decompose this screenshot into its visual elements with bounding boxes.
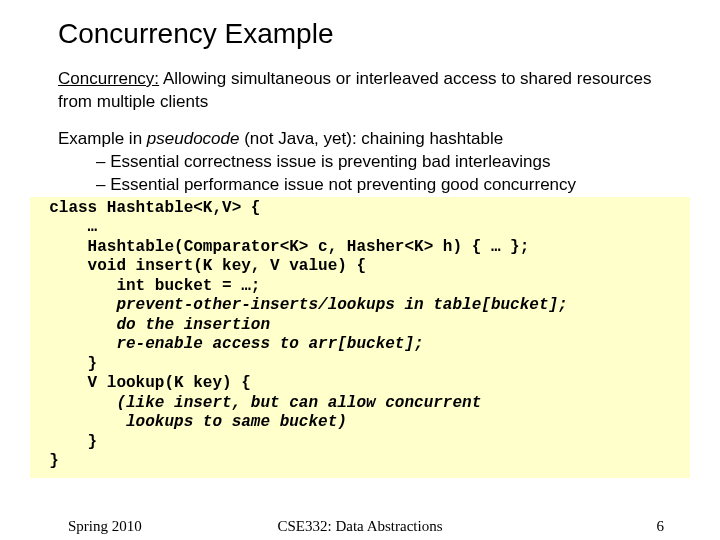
- code-line: do the insertion: [30, 316, 270, 334]
- pseudocode-word: pseudocode: [147, 129, 240, 148]
- bullet-correctness: – Essential correctness issue is prevent…: [58, 151, 670, 174]
- code-line: }: [30, 452, 59, 470]
- concurrency-definition: Concurrency: Allowing simultaneous or in…: [58, 68, 670, 114]
- code-line: …: [30, 218, 97, 236]
- code-line: void insert(K key, V value) {: [30, 257, 366, 275]
- example-post: (not Java, yet): chaining hashtable: [239, 129, 503, 148]
- code-line: (like insert, but can allow concurrent: [30, 394, 491, 412]
- example-intro: Example in pseudocode (not Java, yet): c…: [58, 128, 670, 151]
- code-line: re-enable access to arr[bucket];: [30, 335, 424, 353]
- example-pre: Example in: [58, 129, 147, 148]
- slide-body: Concurrency: Allowing simultaneous or in…: [58, 68, 670, 478]
- code-line: V lookup(K key) {: [30, 374, 251, 392]
- code-line: }: [30, 433, 97, 451]
- code-block: class Hashtable<K,V> { … Hashtable(Compa…: [30, 197, 690, 478]
- code-line: lookups to same bucket): [30, 413, 347, 431]
- code-line: Hashtable(Comparator<K> c, Hasher<K> h) …: [30, 238, 529, 256]
- slide-title: Concurrency Example: [58, 18, 670, 50]
- code-line: prevent-other-inserts/lookups in table[b…: [30, 296, 568, 314]
- footer-course: CSE332: Data Abstractions: [0, 518, 720, 535]
- code-line: }: [30, 355, 97, 373]
- term-concurrency: Concurrency:: [58, 69, 159, 88]
- code-line: int bucket = …;: [30, 277, 260, 295]
- slide: Concurrency Example Concurrency: Allowin…: [0, 0, 720, 540]
- code-line: class Hashtable<K,V> {: [30, 199, 260, 217]
- bullet-performance: – Essential performance issue not preven…: [58, 174, 670, 197]
- footer-page-number: 6: [657, 518, 665, 535]
